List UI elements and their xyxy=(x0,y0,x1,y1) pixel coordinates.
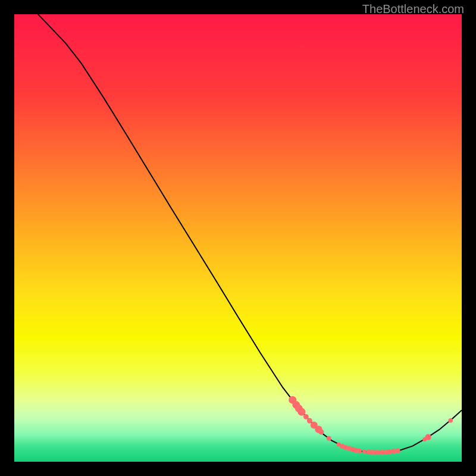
data-point-marker xyxy=(425,434,431,440)
data-point-marker xyxy=(318,430,324,435)
data-point-marker xyxy=(307,418,312,424)
curve-markers xyxy=(289,396,453,455)
data-point-marker xyxy=(387,449,392,454)
data-point-marker xyxy=(395,448,400,453)
plot-area xyxy=(14,14,462,462)
chart-root: TheBottleneck.com xyxy=(0,0,476,476)
data-point-marker xyxy=(298,408,305,416)
curve-layer xyxy=(14,14,462,462)
data-point-marker xyxy=(327,436,331,441)
data-point-marker xyxy=(362,450,367,454)
data-point-marker xyxy=(448,418,453,423)
watermark-text: TheBottleneck.com xyxy=(362,2,464,16)
data-point-marker xyxy=(357,449,362,453)
bottleneck-curve xyxy=(38,14,462,452)
